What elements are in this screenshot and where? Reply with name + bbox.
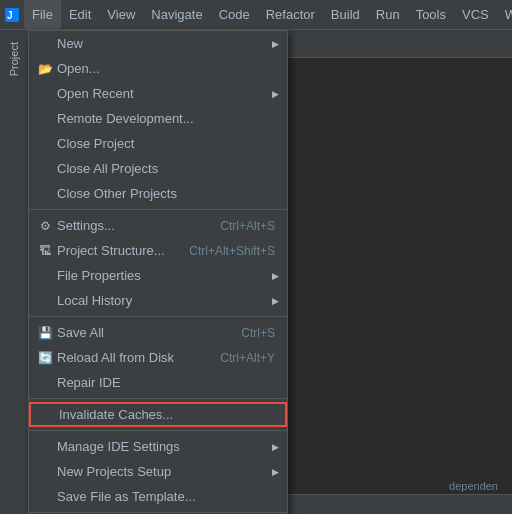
- open-icon: 📂: [37, 62, 53, 76]
- menu-item-open-recent[interactable]: Open Recent: [29, 81, 287, 106]
- file-menu-dropdown: New 📂 Open... Open Recent Remote Develop…: [28, 30, 288, 514]
- menu-item-settings[interactable]: ⚙ Settings... Ctrl+Alt+S: [29, 213, 287, 238]
- menu-item-close-project[interactable]: Close Project: [29, 131, 287, 156]
- separator-3: [29, 398, 287, 399]
- menu-item-close-all[interactable]: Close All Projects: [29, 156, 287, 181]
- menu-code[interactable]: Code: [211, 0, 258, 29]
- separator-2: [29, 316, 287, 317]
- menu-edit[interactable]: Edit: [61, 0, 99, 29]
- menu-window[interactable]: Window: [497, 0, 512, 29]
- menu-item-repair[interactable]: Repair IDE: [29, 370, 287, 395]
- menu-item-new[interactable]: New: [29, 31, 287, 56]
- menu-item-save-all[interactable]: 💾 Save All Ctrl+S: [29, 320, 287, 345]
- menu-item-invalidate-caches[interactable]: Invalidate Caches...: [29, 402, 287, 427]
- separator-5: [29, 512, 287, 513]
- settings-icon: ⚙: [37, 219, 53, 233]
- menu-vcs[interactable]: VCS: [454, 0, 497, 29]
- menubar: J File Edit View Navigate Code Refactor …: [0, 0, 512, 30]
- reload-icon: 🔄: [37, 351, 53, 365]
- menu-item-file-properties[interactable]: File Properties: [29, 263, 287, 288]
- menu-run[interactable]: Run: [368, 0, 408, 29]
- menu-tools[interactable]: Tools: [408, 0, 454, 29]
- svg-text:J: J: [7, 10, 13, 21]
- menu-item-open[interactable]: 📂 Open...: [29, 56, 287, 81]
- menu-item-local-history[interactable]: Local History: [29, 288, 287, 313]
- menu-item-save-template[interactable]: Save File as Template...: [29, 484, 287, 509]
- save-icon: 💾: [37, 326, 53, 340]
- menu-item-reload[interactable]: 🔄 Reload All from Disk Ctrl+Alt+Y: [29, 345, 287, 370]
- project-structure-icon: 🏗: [37, 244, 53, 258]
- separator-4: [29, 430, 287, 431]
- menu-navigate[interactable]: Navigate: [143, 0, 210, 29]
- menu-item-remote-dev[interactable]: Remote Development...: [29, 106, 287, 131]
- menu-view[interactable]: View: [99, 0, 143, 29]
- menu-item-new-projects-setup[interactable]: New Projects Setup: [29, 459, 287, 484]
- menu-refactor[interactable]: Refactor: [258, 0, 323, 29]
- menu-item-manage-ide[interactable]: Manage IDE Settings: [29, 434, 287, 459]
- menu-item-close-other[interactable]: Close Other Projects: [29, 181, 287, 206]
- separator-1: [29, 209, 287, 210]
- menu-build[interactable]: Build: [323, 0, 368, 29]
- menu-item-project-structure[interactable]: 🏗 Project Structure... Ctrl+Alt+Shift+S: [29, 238, 287, 263]
- app-logo: J: [4, 5, 20, 25]
- menu-file[interactable]: File: [24, 0, 61, 29]
- dropdown-overlay: New 📂 Open... Open Recent Remote Develop…: [0, 30, 512, 514]
